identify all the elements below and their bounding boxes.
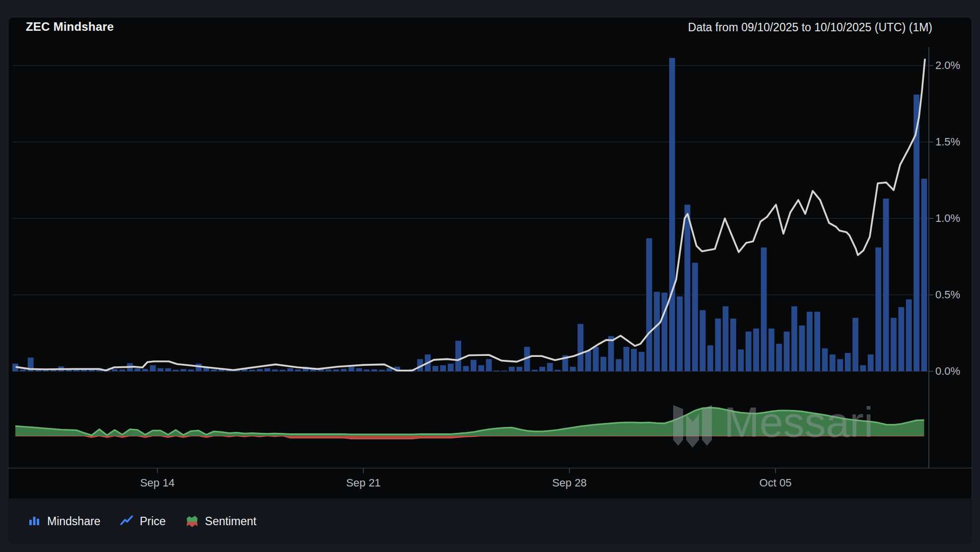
mindshare-bar (685, 205, 691, 371)
mindshare-bar (341, 369, 347, 371)
mindshare-bar (769, 329, 774, 371)
x-axis-label: Sep 14 (140, 477, 175, 489)
mindshare-bar (532, 370, 538, 371)
mindshare-bar (280, 370, 285, 371)
mindshare-bar (646, 238, 652, 371)
mindshare-bar (440, 365, 446, 371)
mindshare-bar (921, 179, 927, 371)
chart-canvas[interactable]: Messari0.0%0.5%1.0%1.5%2.0%Sep 14Sep 21S… (0, 0, 980, 552)
mindshare-bar (723, 306, 729, 371)
mindshare-bar (493, 371, 499, 372)
mindshare-bar (333, 369, 339, 371)
mindshare-bar (157, 368, 163, 371)
mindshare-bar (180, 369, 186, 371)
mindshare-bar (845, 353, 851, 371)
x-axis-label: Sep 28 (552, 477, 587, 489)
mindshare-bar (173, 370, 179, 371)
y-axis-label: 1.5% (935, 136, 960, 148)
mindshare-bar (761, 248, 767, 372)
mindshare-bar (807, 312, 813, 371)
mindshare-bar (799, 326, 805, 371)
mindshare-bar (707, 345, 713, 371)
mindshare-bar (364, 369, 370, 371)
mindshare-bar (577, 324, 583, 372)
mindshare-bar (478, 365, 484, 371)
y-axis-label: 0.0% (935, 365, 960, 377)
mindshare-bar (463, 366, 469, 371)
mindshare-bar (738, 349, 744, 371)
mindshare-bar (669, 58, 675, 371)
mindshare-bar (662, 292, 668, 371)
mindshare-bar (540, 367, 546, 371)
mindshare-bar (822, 348, 828, 371)
mindshare-bar (379, 370, 385, 371)
legend-item-sentiment[interactable]: Sentiment (186, 514, 257, 528)
y-axis-label: 0.5% (935, 288, 960, 301)
mindshare-bar (135, 368, 140, 371)
price-line (16, 60, 925, 371)
mindshare-bar (249, 370, 255, 371)
mindshare-bar (287, 368, 293, 371)
mindshare-bar (631, 349, 637, 371)
mindshare-bar (509, 367, 515, 371)
mindshare-bar (608, 336, 614, 371)
mindshare-bar (875, 248, 881, 372)
mindshare-bar (715, 319, 721, 371)
mindshare-bar (852, 318, 858, 371)
mindshare-bar (692, 263, 698, 371)
mindshare-bar (601, 357, 607, 371)
mindshare-bar (295, 369, 301, 371)
mindshare-bar (142, 369, 148, 371)
mindshare-bar (906, 299, 912, 371)
mindshare-bar (349, 367, 354, 371)
mindshare-bar (326, 369, 332, 371)
mindshare-bar (20, 369, 26, 371)
line-chart-icon (120, 514, 133, 528)
mindshare-bar (356, 368, 362, 371)
mindshare-bar (753, 329, 759, 371)
sentiment-badge-icon (186, 514, 199, 528)
mindshare-bar (638, 352, 644, 371)
mindshare-bar (486, 359, 492, 371)
mindshare-bar (272, 369, 278, 371)
mindshare-bar (371, 369, 377, 371)
mindshare-bar (837, 359, 843, 371)
legend-item-mindshare[interactable]: Mindshare (28, 514, 100, 528)
messari-watermark: Messari (673, 398, 873, 448)
mindshare-bar (791, 306, 797, 371)
mindshare-bar (860, 365, 866, 371)
mindshare-bar (776, 344, 782, 371)
messari-logo (673, 405, 683, 446)
mindshare-bar (700, 310, 706, 371)
mindshare-bar (891, 318, 897, 371)
mindshare-bar (784, 332, 790, 371)
mindshare-bar (448, 364, 454, 371)
mindshare-bar (81, 370, 87, 371)
x-axis-label: Oct 05 (760, 477, 792, 489)
mindshare-bar (547, 363, 553, 371)
mindshare-bar (868, 354, 874, 371)
y-axis-label: 2.0% (935, 59, 960, 71)
mindshare-bar (432, 366, 438, 371)
legend-label-sentiment: Sentiment (205, 515, 257, 528)
mindshare-bar (730, 319, 736, 371)
mindshare-bar (501, 371, 507, 372)
mindshare-bar (899, 307, 905, 371)
mindshare-bar (814, 312, 820, 371)
mindshare-bar (654, 292, 660, 371)
mindshare-bar (555, 370, 560, 371)
mindshare-bar (830, 354, 836, 371)
mindshare-bar (593, 347, 599, 371)
legend-item-price[interactable]: Price (120, 514, 165, 528)
mindshare-bar (471, 360, 477, 371)
mindshare-bar (112, 369, 118, 371)
mindshare-bar (616, 359, 622, 371)
bar-chart-icon (28, 514, 41, 528)
mindshare-bar (265, 368, 271, 371)
y-axis-label: 1.0% (935, 212, 960, 224)
mindshare-bar (677, 296, 683, 371)
mindshare-bar (196, 364, 202, 371)
legend-label-price: Price (140, 515, 165, 528)
mindshare-bar (516, 367, 522, 371)
mindshare-bar (165, 368, 171, 371)
